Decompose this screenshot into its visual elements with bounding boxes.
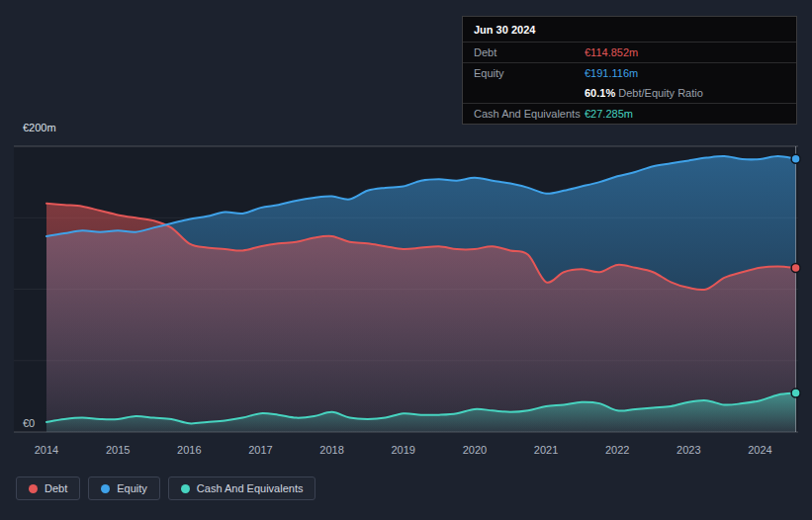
debt-series-dot: [29, 484, 38, 493]
tooltip-ratio-value: 60.1% Debt/Equity Ratio: [585, 86, 703, 100]
x-tick-2014: 2014: [22, 444, 71, 456]
tooltip-debt-value: €114.852m: [585, 45, 638, 59]
legend-label: Debt: [45, 482, 67, 494]
x-tick-2023: 2023: [664, 444, 713, 456]
tooltip-ratio-row: 60.1% Debt/Equity Ratio: [463, 83, 796, 104]
x-tick-2019: 2019: [379, 444, 428, 456]
tooltip-date: Jun 30 2024: [463, 17, 796, 43]
x-tick-2017: 2017: [235, 444, 285, 456]
tooltip-cash-value: €27.285m: [585, 107, 633, 121]
tooltip-debt-label: Debt: [474, 45, 585, 59]
chart-tooltip: Jun 30 2024 Debt €114.852m Equity €191.1…: [462, 16, 797, 125]
tooltip-equity-value: €191.116m: [585, 66, 638, 80]
x-tick-2020: 2020: [450, 444, 499, 456]
legend-item-debt[interactable]: Debt: [16, 477, 80, 500]
tooltip-equity-row: Equity €191.116m: [463, 63, 796, 83]
cash-series-dot: [181, 484, 190, 493]
tooltip-cash-row: Cash And Equivalents €27.285m: [463, 104, 796, 124]
x-tick-2022: 2022: [592, 444, 642, 456]
x-tick-2018: 2018: [308, 444, 357, 456]
tooltip-equity-label: Equity: [474, 66, 585, 80]
debt-equity-history-panel: €200m €0 2014201520162017201820192020202…: [0, 0, 812, 520]
x-tick-2021: 2021: [521, 444, 571, 456]
tooltip-debt-row: Debt €114.852m: [463, 43, 796, 63]
x-tick-2016: 2016: [164, 444, 214, 456]
tooltip-cash-label: Cash And Equivalents: [474, 107, 585, 121]
legend-label: Equity: [117, 482, 147, 494]
legend-item-cash[interactable]: Cash And Equivalents: [168, 477, 316, 500]
x-axis: 2014201520162017201820192020202120222023…: [0, 444, 812, 460]
chart-legend: DebtEquityCash And Equivalents: [16, 477, 316, 500]
ratio-percent: 60.1%: [585, 87, 615, 99]
x-tick-2015: 2015: [93, 444, 142, 456]
legend-label: Cash And Equivalents: [197, 482, 304, 494]
equity-series-dot: [101, 484, 110, 493]
x-tick-2024: 2024: [736, 444, 785, 456]
legend-item-equity[interactable]: Equity: [88, 477, 160, 500]
ratio-caption: Debt/Equity Ratio: [615, 87, 703, 99]
